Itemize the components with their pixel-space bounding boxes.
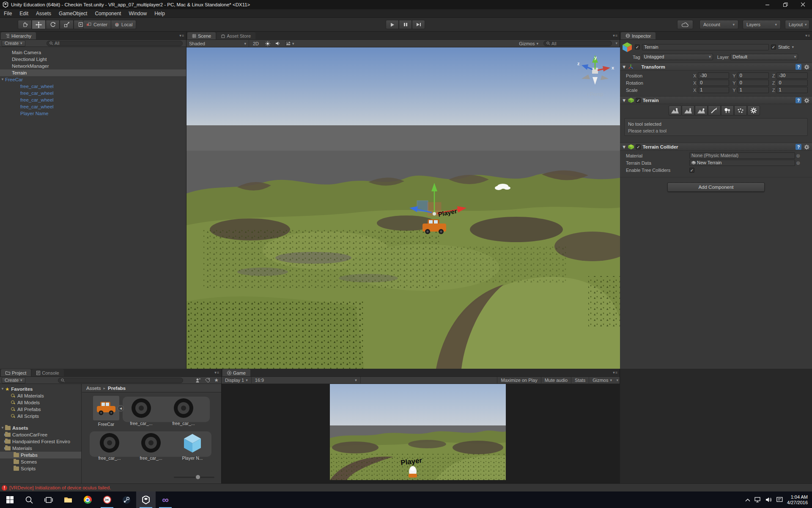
panel-menu-icon[interactable]: ▾≡ — [214, 370, 219, 375]
tag-dropdown[interactable]: Untagged▾ — [642, 54, 713, 60]
menu-window[interactable]: Window — [125, 9, 151, 18]
favorites-all-prefabs[interactable]: All Prefabs — [0, 406, 81, 413]
folder-cartooncarfree[interactable]: ▶CartoonCarFree — [0, 431, 81, 438]
task-view-button[interactable] — [39, 491, 58, 508]
panel-menu-icon[interactable]: ▾≡ — [613, 33, 618, 38]
close-button[interactable] — [794, 0, 812, 9]
hierarchy-item-wheel[interactable]: free_car_wheel — [0, 103, 186, 110]
panel-menu-icon[interactable]: ▾ — [615, 41, 618, 45]
audio-toggle-button[interactable] — [273, 40, 283, 47]
foldout-open-icon[interactable]: ▼ — [622, 97, 626, 104]
enable-tree-colliders-checkbox[interactable]: ✓ — [689, 168, 694, 173]
tab-asset-store[interactable]: Asset Store — [217, 32, 255, 39]
file-explorer-button[interactable] — [58, 491, 78, 508]
position-z-field[interactable]: -30 — [776, 72, 808, 79]
active-checkbox[interactable]: ✓ — [635, 44, 640, 50]
help-icon[interactable]: ? — [796, 144, 801, 150]
game-gizmos-dropdown[interactable]: Gizmos▾ — [589, 377, 615, 384]
menu-file[interactable]: File — [0, 9, 16, 18]
toggle-2d-button[interactable]: 2D — [249, 40, 263, 47]
perspective-toggle[interactable]: ‹ Persp — [575, 91, 615, 97]
favorites-root[interactable]: ▼ ★ Favorites — [0, 386, 81, 392]
static-checkbox[interactable]: ✓ — [771, 44, 776, 50]
prefab-link-button[interactable]: ◀ — [118, 405, 124, 411]
object-picker-icon[interactable]: ◎ — [796, 160, 800, 165]
steam-button[interactable] — [117, 491, 136, 508]
hierarchy-create-button[interactable]: Create▾ — [2, 40, 25, 47]
mute-audio-toggle[interactable]: Mute audio — [541, 377, 571, 384]
material-field[interactable]: None (Physic Material) — [689, 152, 795, 159]
terrain-paint-height-tool[interactable] — [682, 105, 694, 116]
shading-mode-dropdown[interactable]: Shaded▾ — [187, 40, 249, 47]
scale-tool-button[interactable] — [60, 20, 74, 29]
panel-menu-icon[interactable]: ▾≡ — [805, 33, 810, 38]
favorites-all-scripts[interactable]: All Scripts — [0, 413, 81, 420]
network-icon[interactable] — [754, 497, 761, 502]
tab-inspector[interactable]: Inspector — [621, 32, 656, 39]
tab-console[interactable]: Console — [32, 369, 63, 376]
gear-icon[interactable] — [804, 64, 809, 70]
breadcrumb-assets[interactable]: Assets — [86, 386, 101, 391]
thumbnail-size-slider[interactable] — [174, 475, 214, 479]
search-by-type-icon[interactable] — [196, 378, 201, 383]
menu-assets[interactable]: Assets — [32, 9, 55, 18]
volume-icon[interactable] — [765, 497, 772, 502]
cloud-services-button[interactable] — [677, 20, 693, 29]
gear-icon[interactable] — [804, 144, 809, 150]
position-x-field[interactable]: -30 — [698, 72, 729, 79]
hierarchy-search-input[interactable]: All — [47, 41, 183, 46]
lighting-toggle-button[interactable] — [263, 40, 273, 47]
hand-tool-button[interactable] — [18, 20, 32, 29]
scene-orientation-gizmo[interactable]: y x z — [575, 52, 615, 93]
step-button[interactable] — [412, 20, 425, 29]
search-by-label-icon[interactable] — [205, 378, 210, 383]
scene-viewport[interactable]: Player — [187, 47, 620, 369]
object-name-field[interactable]: Terrain — [642, 44, 769, 50]
foldout-open-icon[interactable]: ▼ — [622, 64, 626, 70]
move-tool-button[interactable] — [32, 20, 46, 29]
breadcrumb-prefabs[interactable]: Prefabs — [108, 386, 126, 391]
position-y-field[interactable]: 0 — [738, 72, 769, 79]
chrome-button[interactable] — [78, 491, 97, 508]
rotation-y-field[interactable]: 0 — [738, 80, 769, 86]
hierarchy-item-player-name[interactable]: Player Name — [0, 110, 186, 117]
tray-chevron-icon[interactable] — [745, 498, 750, 502]
terrain-settings-tool[interactable] — [747, 105, 760, 116]
terrain-enabled-checkbox[interactable]: ✓ — [636, 98, 641, 103]
layers-dropdown[interactable]: Layers▾ — [743, 20, 781, 29]
layer-dropdown[interactable]: Default▾ — [730, 54, 798, 60]
terrain-data-field[interactable]: New Terrain — [689, 160, 795, 166]
terrain-place-trees-tool[interactable] — [721, 105, 734, 116]
layout-dropdown[interactable]: Layout▾ — [785, 20, 809, 29]
slider-handle[interactable] — [196, 475, 200, 479]
tab-project[interactable]: Project — [1, 369, 31, 376]
object-picker-icon[interactable]: ◎ — [796, 153, 800, 158]
asset-freecar[interactable]: FreeCar — [92, 396, 120, 427]
snipping-tool-button[interactable]: ✂ — [97, 491, 117, 508]
aspect-ratio-dropdown[interactable]: 16:9▾ — [252, 377, 361, 384]
favorites-all-materials[interactable]: All Materials — [0, 392, 81, 399]
rotation-x-field[interactable]: 0 — [698, 80, 729, 86]
account-dropdown[interactable]: Account▾ — [700, 20, 738, 29]
folder-scripts[interactable]: Scripts — [0, 465, 81, 472]
game-viewport[interactable]: Player — [330, 384, 506, 480]
hierarchy-item-wheel[interactable]: free_car_wheel — [0, 97, 186, 103]
tab-hierarchy[interactable]: Hierarchy — [1, 32, 36, 39]
rotation-local-button[interactable]: Local — [111, 20, 136, 29]
display-dropdown[interactable]: Display 1▾ — [222, 377, 252, 384]
panel-menu-icon[interactable]: ▾≡ — [179, 33, 184, 38]
visual-studio-button[interactable]: ∞ — [156, 491, 175, 508]
minimize-button[interactable] — [759, 0, 776, 9]
foldout-open-icon[interactable]: ▼ — [622, 144, 626, 150]
terrain-paint-details-tool[interactable] — [734, 105, 747, 116]
start-button[interactable] — [0, 491, 19, 508]
menu-edit[interactable]: Edit — [16, 9, 32, 18]
folder-scenes[interactable]: Scenes — [0, 458, 81, 465]
favorites-star-icon[interactable]: ★ — [214, 377, 219, 383]
tab-game[interactable]: Game — [222, 369, 250, 376]
terrain-paint-texture-tool[interactable] — [708, 105, 721, 116]
folder-prefabs[interactable]: Prefabs — [0, 452, 81, 458]
tab-scene[interactable]: Scene — [187, 32, 216, 39]
menu-component[interactable]: Component — [91, 9, 125, 18]
hierarchy-item-wheel[interactable]: free_car_wheel — [0, 90, 186, 97]
